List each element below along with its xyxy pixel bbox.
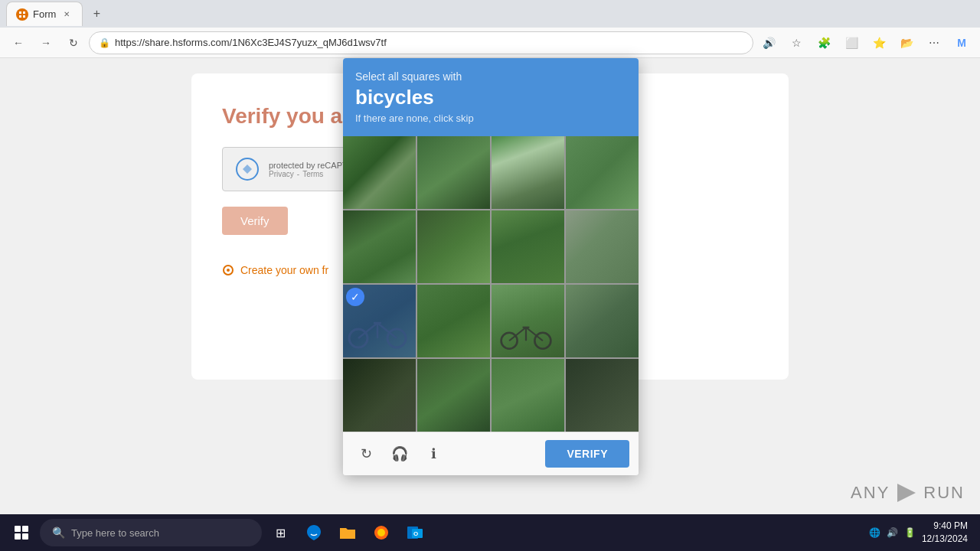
captcha-modal: Select all squares with bicycles If ther…	[343, 58, 639, 475]
svg-rect-1	[23, 11, 25, 14]
captcha-cell-9[interactable]: ✓	[343, 285, 416, 357]
privacy-link[interactable]: Privacy	[269, 170, 294, 178]
captcha-cell-16[interactable]	[566, 359, 639, 432]
svg-point-6	[227, 269, 230, 272]
browser-settings-button[interactable]: ⋯	[922, 31, 946, 55]
svg-rect-3	[23, 15, 25, 18]
read-aloud-button[interactable]: 🔊	[756, 31, 781, 55]
captcha-cell-5[interactable]	[343, 210, 416, 283]
taskbar-right-area: 🌐 🔊 🔋 9:40 PM 12/13/2024	[869, 520, 974, 546]
tab-title: Form	[33, 8, 56, 20]
hubspot-icon	[222, 264, 234, 276]
battery-icon: 🔋	[904, 527, 916, 538]
captcha-cell-13[interactable]	[343, 359, 416, 432]
windows-logo-icon	[15, 526, 28, 540]
svg-line-10	[377, 323, 397, 338]
active-tab[interactable]: Form ✕	[6, 2, 83, 26]
recaptcha-logo-icon	[235, 157, 260, 181]
captcha-hint: If there are none, click skip	[355, 112, 626, 124]
refresh-challenge-button[interactable]: ↻	[352, 440, 380, 468]
svg-point-7	[349, 329, 368, 347]
audio-challenge-button[interactable]: 🎧	[386, 440, 413, 468]
captcha-cell-10[interactable]	[417, 285, 490, 357]
page-content: Verify you a protected by reCAPTCHA Priv…	[0, 58, 980, 551]
captcha-cell-3[interactable]	[492, 136, 564, 209]
task-view-button[interactable]: ⊞	[265, 517, 296, 548]
split-screen-button[interactable]: ⬜	[839, 31, 864, 55]
refresh-button[interactable]: ↻	[61, 31, 86, 55]
svg-point-21	[377, 529, 385, 536]
captcha-subject: bicycles	[355, 86, 626, 109]
copilot-button[interactable]: M	[949, 31, 974, 55]
captcha-cell-11[interactable]	[492, 285, 564, 357]
file-explorer-taskbar-icon[interactable]	[332, 517, 363, 548]
help-button[interactable]: ℹ	[420, 440, 447, 468]
back-button[interactable]: ←	[6, 31, 31, 55]
captcha-cell-15[interactable]	[492, 359, 564, 432]
ssl-lock-icon: 🔒	[99, 37, 110, 48]
svg-marker-19	[897, 484, 916, 502]
forward-button[interactable]: →	[34, 31, 58, 55]
svg-rect-0	[19, 11, 21, 14]
new-tab-button[interactable]: +	[86, 3, 107, 24]
captcha-footer: ↻ 🎧 ℹ VERIFY	[343, 432, 639, 475]
captcha-cell-7[interactable]	[492, 210, 564, 283]
terms-link[interactable]: Terms	[302, 170, 323, 178]
captcha-cell-8[interactable]	[566, 210, 639, 283]
watermark-text: ANY	[851, 483, 890, 503]
search-placeholder: Type here to search	[71, 527, 159, 539]
favorites-button[interactable]: ☆	[784, 31, 808, 55]
svg-line-9	[358, 323, 377, 338]
watermark-suffix: RUN	[923, 483, 965, 503]
url-text: https://share.hsforms.com/1N6Xc3EJ4S7yuz…	[115, 37, 387, 48]
browser-window: Form ✕ + ← → ↻ 🔒 https://share.hsforms.c…	[0, 0, 980, 58]
favorites-bar-button[interactable]: ⭐	[867, 31, 891, 55]
captcha-header: Select all squares with bicycles If ther…	[343, 58, 639, 136]
create-form-text: Create your own fr	[240, 264, 328, 276]
start-button[interactable]	[6, 517, 37, 548]
extensions-button[interactable]: 🧩	[812, 31, 836, 55]
tab-favicon	[16, 8, 28, 21]
captcha-cell-4[interactable]	[566, 136, 639, 209]
svg-rect-2	[19, 15, 21, 18]
captcha-cell-14[interactable]	[417, 359, 490, 432]
verify-button[interactable]: Verify	[222, 207, 288, 235]
browser-toolbar: ← → ↻ 🔒 https://share.hsforms.com/1N6Xc3…	[0, 28, 980, 58]
toolbar-actions: 🔊 ☆ 🧩 ⬜ ⭐ 📂 ⋯ M	[756, 31, 974, 55]
anyrun-logo	[894, 481, 919, 505]
volume-icon: 🔊	[887, 527, 898, 538]
outlook-taskbar-icon[interactable]: O	[400, 517, 430, 548]
captcha-instruction: Select all squares with	[355, 70, 626, 83]
captcha-verify-button[interactable]: VERIFY	[545, 440, 629, 468]
collections-button[interactable]: 📂	[894, 31, 919, 55]
edge-browser-taskbar-icon[interactable]	[299, 517, 329, 548]
svg-point-8	[387, 329, 406, 347]
captcha-cell-1[interactable]	[343, 136, 416, 209]
captcha-cell-2[interactable]	[417, 136, 490, 209]
bicycle-shape-11	[499, 317, 553, 351]
system-tray: 🌐 🔊 🔋	[869, 527, 916, 538]
address-bar[interactable]: 🔒 https://share.hsforms.com/1N6Xc3EJ4S7y…	[89, 31, 753, 54]
tab-close-button[interactable]: ✕	[60, 8, 73, 21]
anyrun-watermark: ANY RUN	[851, 481, 965, 505]
svg-text:O: O	[413, 530, 418, 537]
system-clock[interactable]: 9:40 PM 12/13/2024	[922, 520, 968, 546]
taskbar: 🔍 Type here to search ⊞ O 🌐 🔊 🔋	[0, 514, 980, 551]
clock-date: 12/13/2024	[922, 533, 968, 546]
bicycle-shape-9	[347, 311, 408, 350]
captcha-footer-actions: ↻ 🎧 ℹ	[352, 440, 447, 468]
taskbar-search-box[interactable]: 🔍 Type here to search	[40, 519, 262, 546]
firefox-taskbar-icon[interactable]	[366, 517, 397, 548]
link-separator: -	[297, 170, 299, 178]
captcha-cell-12[interactable]	[566, 285, 639, 357]
search-icon: 🔍	[52, 527, 65, 539]
captcha-cell-6[interactable]	[417, 210, 490, 283]
cell-9-checkmark: ✓	[346, 288, 364, 306]
network-icon: 🌐	[869, 527, 880, 538]
clock-time: 9:40 PM	[922, 520, 968, 533]
tab-strip: Form ✕ +	[0, 0, 980, 28]
captcha-grid: ✓	[343, 136, 639, 432]
